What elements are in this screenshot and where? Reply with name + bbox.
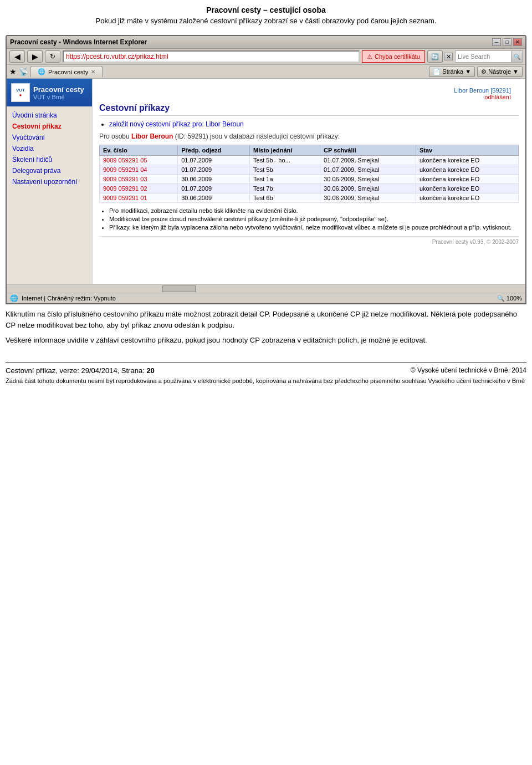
cell-ev-cislo: 9009 059291 01 <box>100 193 178 203</box>
cell-misto: Test 7b <box>250 184 320 193</box>
sidebar-item-delegovat[interactable]: Delegovat práva <box>7 165 92 176</box>
refresh-button[interactable]: ↻ <box>45 50 60 63</box>
stop-button[interactable]: ✕ <box>444 53 453 60</box>
rss-icon[interactable]: 📡 <box>19 67 28 76</box>
new-cp-link[interactable]: založit nový cestovní příkaz pro: Libor … <box>109 120 244 128</box>
address-input[interactable]: https://pcest.ro.vutbr.cz/prikaz.html <box>63 50 360 63</box>
cell-odjezd: 01.07.2009 <box>178 184 250 193</box>
chevron-down-icon: ▼ <box>465 68 471 75</box>
tab-label: Pracovní cesty <box>48 69 88 75</box>
cell-schvalil: 30.06.2009, Smejkal <box>320 184 416 193</box>
zoom-control[interactable]: 🔍 100% <box>497 295 522 302</box>
sidebar-nav: Úvodní stránka Cestovní příkaz Vyúčtován… <box>7 106 92 191</box>
body-text: Kliknutím na číslo příslušného cestovníh… <box>6 309 526 346</box>
footer-version-number: 20 <box>146 366 154 375</box>
table-row: 9009 059291 0201.07.2009Test 7b30.06.200… <box>100 184 519 193</box>
cell-misto: Test 5b - ho... <box>250 156 320 165</box>
ev-cislo-link[interactable]: 9009 059291 02 <box>103 185 147 192</box>
browser-window: Pracovní cesty - Windows Internet Explor… <box>6 35 526 304</box>
notes-list-item: Příkazy, ke kterým již byla vyplacena zá… <box>109 224 519 231</box>
sidebar-subtitle: VUT v Brně <box>33 94 84 100</box>
sidebar-title: Pracovní cesty <box>33 85 84 94</box>
back-button[interactable]: ◀ <box>9 50 25 63</box>
sidebar-item-nastaveni[interactable]: Nastavení upozornění <box>7 176 92 187</box>
browser-toolbar: ★ 📡 🌐 Pracovní cesty ✕ 📄 Stránka ▼ ⚙ Nás… <box>7 65 525 79</box>
user-info-link[interactable]: Libor Beroun <box>131 132 173 140</box>
page-subtitle: Pokud již máte v systému založené cestov… <box>0 17 532 30</box>
col-ev-cislo: Ev. číslo <box>100 145 178 156</box>
cell-misto: Test 1a <box>250 175 320 184</box>
cp-table: Ev. číslo Předp. odjezd Místo jednání CP… <box>99 145 519 203</box>
browser-title: Pracovní cesty - Windows Internet Explor… <box>10 38 147 46</box>
table-row: 9009 059291 0501.07.2009Test 5b - ho...0… <box>100 156 519 165</box>
cell-schvalil: 30.06.2009, Smejkal <box>320 193 416 203</box>
search-input[interactable] <box>456 53 511 60</box>
ev-cislo-link[interactable]: 9009 059291 05 <box>103 157 147 164</box>
table-row: 9009 059291 0330.06.2009Test 1a30.06.200… <box>100 175 519 184</box>
footer-version-label: Cestovní příkaz, verze: 29/04/2014, Stra… <box>6 366 146 375</box>
sidebar-item-vozidla[interactable]: Vozidla <box>7 143 92 154</box>
browser-titlebar: Pracovní cesty - Windows Internet Explor… <box>7 36 525 49</box>
col-stav: Stav <box>416 145 518 156</box>
globe-icon: 🌐 <box>10 294 18 302</box>
scroll-thumb[interactable] <box>162 285 196 292</box>
cell-odjezd: 30.06.2009 <box>178 175 250 184</box>
browser-statusbar: 🌐 Internet | Chráněný režim: Vypnuto 🔍 1… <box>7 293 525 303</box>
close-button[interactable]: ✕ <box>513 38 522 46</box>
forward-button[interactable]: ▶ <box>27 50 43 63</box>
sidebar-item-cestovni-prikaz[interactable]: Cestovní příkaz <box>7 121 92 132</box>
maximize-button[interactable]: □ <box>503 38 511 46</box>
address-bar: ◀ ▶ ↻ https://pcest.ro.vutbr.cz/prikaz.h… <box>7 49 525 65</box>
footer-top: Cestovní příkaz, verze: 29/04/2014, Stra… <box>6 363 526 375</box>
chevron-down-icon-2: ▼ <box>513 68 519 75</box>
toolbar-right-buttons: 📄 Stránka ▼ ⚙ Nástroje ▼ <box>429 67 523 77</box>
tools-button[interactable]: ⚙ Nástroje ▼ <box>477 67 523 77</box>
sidebar-item-skoleni[interactable]: Školení řidičů <box>7 154 92 165</box>
gear-icon: ⚙ <box>481 68 487 75</box>
cert-error-badge: ⚠ Chyba certifikátu <box>362 50 425 63</box>
cell-ev-cislo: 9009 059291 05 <box>100 156 178 165</box>
search-button[interactable]: 🔍 <box>511 51 522 62</box>
warning-icon: ⚠ <box>367 53 372 60</box>
ev-cislo-link[interactable]: 9009 059291 04 <box>103 166 147 173</box>
cell-stav: ukončena korekce EO <box>416 165 518 175</box>
main-heading: Cestovní příkazy <box>99 103 519 116</box>
cell-schvalil: 01.07.2009, Smejkal <box>320 165 416 175</box>
status-left: 🌐 Internet | Chráněný režim: Vypnuto <box>10 294 116 302</box>
refresh-page-button[interactable]: 🔄 <box>427 50 443 63</box>
footer-version: Pracovní cesty v0.93, © 2002-2007 <box>99 236 519 245</box>
doc-footer: Cestovní příkaz, verze: 29/04/2014, Stra… <box>0 363 532 391</box>
notes-list-item: Pro modifikaci, zobrazení detailu nebo t… <box>109 207 519 214</box>
logout-link[interactable]: odhlášení <box>454 94 511 100</box>
sidebar-header-text: Pracovní cesty VUT v Brně <box>33 85 84 100</box>
cell-stav: ukončena korekce EO <box>416 184 518 193</box>
cell-schvalil: 30.06.2009, Smejkal <box>320 175 416 184</box>
sidebar-item-vyuctovani[interactable]: Vyúčtování <box>7 132 92 143</box>
user-display-block: Libor Beroun [59291] odhlášení <box>99 84 519 103</box>
page-button[interactable]: 📄 Stránka ▼ <box>429 67 475 77</box>
page-icon: 📄 <box>433 68 441 75</box>
sidebar-header: VUT● Pracovní cesty VUT v Brně <box>7 79 92 106</box>
footer-right: © Vysoké učení technické v Brně, 2014 <box>411 366 526 374</box>
user-display: Libor Beroun [59291] odhlášení <box>449 85 515 102</box>
search-container: 🔍 <box>455 50 523 63</box>
favorites-star-icon[interactable]: ★ <box>9 67 17 76</box>
user-info: Pro osobu Libor Beroun (ID: 59291) jsou … <box>99 132 519 140</box>
cell-stav: ukončena korekce EO <box>416 193 518 203</box>
col-schvalil: CP schválil <box>320 145 416 156</box>
browser-tab-pracovni-cesty[interactable]: 🌐 Pracovní cesty ✕ <box>30 66 103 77</box>
col-odjezd: Předp. odjezd <box>178 145 250 156</box>
cell-odjezd: 01.07.2009 <box>178 165 250 175</box>
sidebar-item-uvodni[interactable]: Úvodní stránka <box>7 110 92 121</box>
col-misto: Místo jednání <box>250 145 320 156</box>
ev-cislo-link[interactable]: 9009 059291 03 <box>103 176 147 182</box>
ev-cislo-link[interactable]: 9009 059291 01 <box>103 195 147 201</box>
cell-odjezd: 01.07.2009 <box>178 156 250 165</box>
cp-table-header: Ev. číslo Předp. odjezd Místo jednání CP… <box>100 145 519 156</box>
tab-close-button[interactable]: ✕ <box>91 69 95 75</box>
minimize-button[interactable]: ─ <box>492 38 501 46</box>
cell-stav: ukončena korekce EO <box>416 175 518 184</box>
table-row: 9009 059291 0130.06.2009Test 6b30.06.200… <box>100 193 519 203</box>
horizontal-scrollbar[interactable] <box>7 284 525 293</box>
zoom-level: 100% <box>507 295 522 302</box>
